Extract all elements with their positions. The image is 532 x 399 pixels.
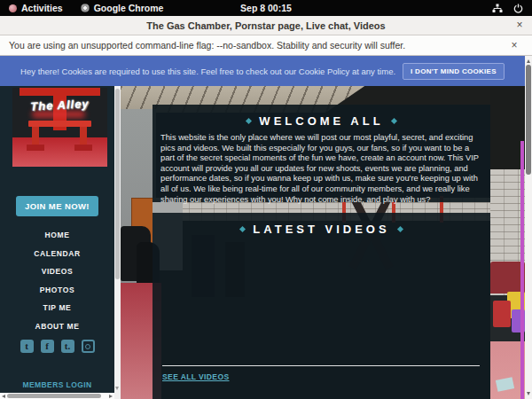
welcome-panel: WELCOME ALL This website is the only pla…: [153, 105, 490, 202]
logo-photo-shape: [28, 121, 91, 127]
join-me-now-button[interactable]: JOIN ME NOW!: [16, 196, 98, 216]
main-content: WELCOME ALL This website is the only pla…: [121, 86, 525, 399]
infobar-message: You are using an unsupported command-lin…: [0, 40, 405, 51]
window-title: The Gas Chamber, Pornstar page, Live cha…: [146, 20, 385, 31]
scroll-left-icon[interactable]: [2, 395, 5, 398]
background-photo-gift: [493, 301, 511, 327]
instagram-lens: [85, 344, 90, 349]
diamond-icon: [239, 226, 246, 232]
site-sidebar: The Alley JOIN ME NOW! HOME CALENDAR VID…: [0, 86, 114, 393]
welcome-body-text: This website is the only place where we …: [160, 133, 483, 205]
sidebar-item-about-me[interactable]: ABOUT ME: [0, 317, 114, 336]
browser-viewport: Hey there! Cookies are required to use t…: [0, 56, 532, 399]
power-icon[interactable]: [513, 4, 523, 13]
logo-photo-shape: [27, 145, 44, 151]
sidebar-menu: HOME CALENDAR VIDEOS PHOTOS TIP ME ABOUT…: [0, 226, 114, 335]
activities-button[interactable]: Activities: [0, 0, 72, 16]
welcome-heading-row: WELCOME ALL: [153, 105, 490, 128]
see-all-videos-link[interactable]: SEE ALL VIDEOS: [162, 372, 230, 381]
social-icons-row: t f t.: [0, 340, 114, 353]
sidebar-vertical-scrollbar[interactable]: [114, 86, 121, 399]
sidebar-item-home[interactable]: HOME: [0, 226, 114, 245]
sidebar-item-tip-me[interactable]: TIP ME: [0, 299, 114, 317]
sidebar-hscrollbar-thumb[interactable]: [7, 394, 101, 398]
sidebar-horizontal-scrollbar[interactable]: [0, 393, 114, 399]
welcome-heading: WELCOME ALL: [259, 114, 383, 128]
window-title-bar: The Gas Chamber, Pornstar page, Live cha…: [0, 16, 532, 35]
activities-label: Activities: [21, 3, 63, 13]
app-menu-label: Google Chrome: [94, 3, 164, 13]
divider: [162, 365, 480, 366]
facebook-icon[interactable]: f: [41, 340, 54, 353]
chrome-infobar: You are using an unsupported command-lin…: [0, 35, 532, 56]
latest-videos-panel: LATEST VIDEOS SEE ALL VIDEOS: [153, 213, 490, 399]
sidebar-item-videos[interactable]: VIDEOS: [0, 262, 114, 281]
videos-heading: LATEST VIDEOS: [253, 223, 389, 236]
cookie-accept-button[interactable]: I DON'T MIND COOKIES: [403, 63, 505, 80]
scroll-up-icon[interactable]: [527, 59, 530, 63]
site-logo[interactable]: The Alley: [12, 88, 107, 167]
diamond-icon: [391, 118, 397, 124]
app-menu-button[interactable]: Google Chrome: [72, 0, 173, 16]
twitter-icon[interactable]: t: [20, 340, 34, 353]
scroll-down-icon[interactable]: [527, 392, 530, 395]
logo-photo-shape: [12, 137, 107, 167]
instagram-icon[interactable]: [82, 340, 95, 353]
scroll-right-icon[interactable]: [109, 395, 113, 398]
scroll-down-icon[interactable]: [115, 387, 119, 390]
cookie-message: Hey there! Cookies are required to use t…: [20, 66, 395, 76]
diamond-icon: [246, 118, 252, 124]
logo-photo-shape: [74, 145, 92, 151]
sidebar-item-calendar[interactable]: CALENDAR: [0, 245, 114, 263]
network-topology-icon[interactable]: [492, 4, 503, 13]
chrome-icon: [81, 4, 90, 12]
cookie-consent-bar: Hey there! Cookies are required to use t…: [0, 56, 525, 86]
infobar-close-icon[interactable]: ×: [507, 38, 521, 52]
page-scrollbar-thumb[interactable]: [526, 65, 531, 175]
diamond-icon: [397, 226, 403, 232]
background-photo-curtain: [520, 141, 524, 399]
members-login-link[interactable]: MEMBERS LOGIN: [0, 380, 114, 389]
activities-icon: [9, 4, 17, 12]
sidebar-item-photos[interactable]: PHOTOS: [0, 281, 114, 300]
tumblr-icon[interactable]: t.: [61, 340, 74, 353]
videos-heading-row: LATEST VIDEOS: [153, 213, 490, 236]
logo-text: The Alley: [12, 96, 107, 114]
sidebar-scrollbar-thumb[interactable]: [115, 89, 120, 279]
window-close-icon[interactable]: ×: [512, 18, 527, 32]
page-vertical-scrollbar[interactable]: [525, 56, 532, 399]
desktop-top-bar: Activities Google Chrome Sep 8 00:15: [0, 0, 532, 16]
